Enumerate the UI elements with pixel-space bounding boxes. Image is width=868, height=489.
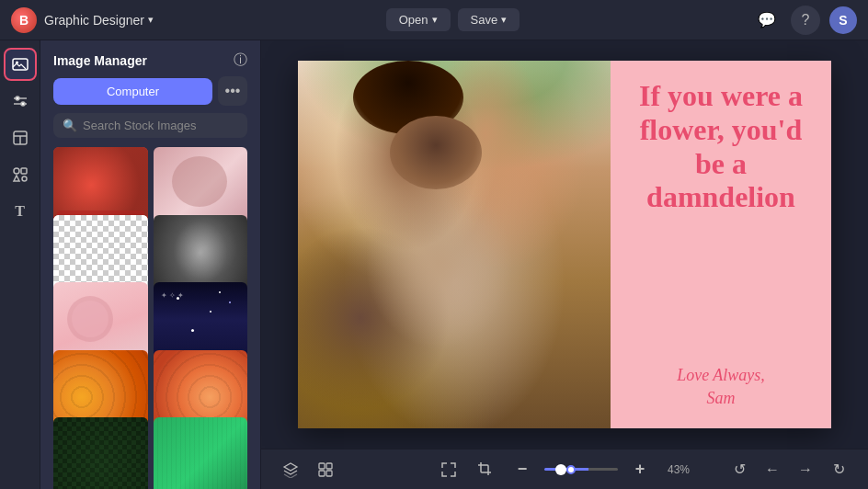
- svg-rect-14: [319, 471, 325, 476]
- zoom-slider-container: [544, 468, 618, 471]
- fit-icon: [440, 461, 457, 478]
- canvas-wrapper[interactable]: If you were a flower, you'd be a damndel…: [261, 40, 868, 449]
- svg-rect-10: [21, 168, 27, 174]
- bottom-center-tools: − + 43%: [434, 455, 695, 484]
- list-item[interactable]: [53, 417, 148, 489]
- topbar-right: 💬 ? S: [752, 6, 857, 35]
- svg-rect-12: [319, 463, 325, 469]
- tab-more-button[interactable]: •••: [218, 76, 247, 106]
- layers-button[interactable]: [276, 455, 305, 484]
- canvas-sub-text: Love Always,Sam: [625, 364, 817, 410]
- sidebar-icons: T: [0, 40, 40, 489]
- svg-rect-11: [22, 176, 27, 181]
- canvas-photo: [298, 61, 611, 428]
- sidebar-icon-images[interactable]: [4, 48, 37, 81]
- fit-button[interactable]: [434, 455, 463, 484]
- search-bar: 🔍: [53, 113, 247, 138]
- image-panel: Image Manager ⓘ Computer ••• 🔍: [40, 40, 261, 489]
- app-logo: B: [11, 7, 37, 33]
- sidebar-icon-adjust[interactable]: [4, 85, 37, 118]
- design-canvas[interactable]: If you were a flower, you'd be a damndel…: [298, 61, 831, 428]
- elements-icon: [12, 166, 29, 183]
- zoom-out-button[interactable]: −: [508, 455, 537, 484]
- help-button[interactable]: ?: [791, 6, 820, 35]
- panel-header: Image Manager ⓘ: [40, 40, 260, 76]
- canvas-area: If you were a flower, you'd be a damndel…: [261, 40, 868, 489]
- bottom-right-tools: ↺ ← → ↻: [725, 455, 853, 484]
- panel-tabs: Computer •••: [40, 76, 260, 113]
- grid-button[interactable]: [311, 455, 340, 484]
- svg-point-9: [14, 168, 19, 174]
- rotate-ccw-button[interactable]: ↺: [725, 455, 754, 484]
- app-title-button[interactable]: Graphic Designer ▾: [44, 13, 154, 28]
- bottom-left-tools: [276, 455, 340, 484]
- redo-button[interactable]: →: [791, 455, 820, 484]
- crop-button[interactable]: [471, 455, 500, 484]
- images-icon: [12, 56, 29, 73]
- grid-icon: [317, 461, 334, 478]
- sidebar-icon-text[interactable]: T: [4, 195, 37, 228]
- panel-info-button[interactable]: ⓘ: [234, 51, 247, 69]
- sidebar-icon-elements[interactable]: [4, 158, 37, 191]
- topbar: B Graphic Designer ▾ Open ▾ Save ▾ 💬 ? S: [0, 0, 868, 40]
- app-title-chevron: ▾: [148, 14, 154, 26]
- topbar-left: B Graphic Designer ▾: [11, 7, 154, 33]
- open-button[interactable]: Open ▾: [386, 8, 451, 31]
- svg-point-3: [16, 97, 19, 100]
- zoom-slider[interactable]: [544, 468, 618, 471]
- svg-point-5: [21, 102, 25, 106]
- panel-title: Image Manager: [53, 53, 147, 68]
- comment-button[interactable]: 💬: [752, 6, 782, 35]
- thumbnail-image: [154, 417, 248, 489]
- app-title-text: Graphic Designer: [44, 13, 144, 28]
- topbar-center: Open ▾ Save ▾: [386, 8, 520, 31]
- layout-icon: [12, 130, 29, 146]
- search-icon: 🔍: [63, 119, 77, 132]
- layers-icon: [282, 461, 299, 478]
- search-input[interactable]: [83, 119, 238, 132]
- rotate-cw-button[interactable]: ↻: [824, 455, 853, 484]
- canvas-text-area: If you were a flower, you'd be a damndel…: [611, 61, 831, 428]
- svg-rect-15: [326, 471, 332, 476]
- zoom-percent-label: 43%: [662, 463, 695, 476]
- undo-button[interactable]: ←: [758, 455, 787, 484]
- canvas-main-text: If you were a flower, you'd be a damndel…: [625, 79, 817, 214]
- avatar[interactable]: S: [829, 6, 857, 34]
- adjust-icon: [12, 93, 29, 109]
- sidebar-icon-layout[interactable]: [4, 121, 37, 154]
- list-item[interactable]: [154, 417, 248, 489]
- image-grid: [40, 147, 260, 489]
- save-button[interactable]: Save ▾: [458, 8, 520, 31]
- thumbnail-image: [53, 417, 148, 489]
- face-layer: [390, 116, 482, 189]
- tab-computer[interactable]: Computer: [53, 78, 212, 105]
- zoom-in-button[interactable]: +: [625, 455, 655, 484]
- svg-rect-13: [326, 463, 332, 469]
- bottom-toolbar: − + 43% ↺ ← → ↻: [261, 449, 868, 489]
- crop-icon: [477, 461, 494, 478]
- main-area: T Image Manager ⓘ Computer ••• 🔍: [0, 40, 868, 489]
